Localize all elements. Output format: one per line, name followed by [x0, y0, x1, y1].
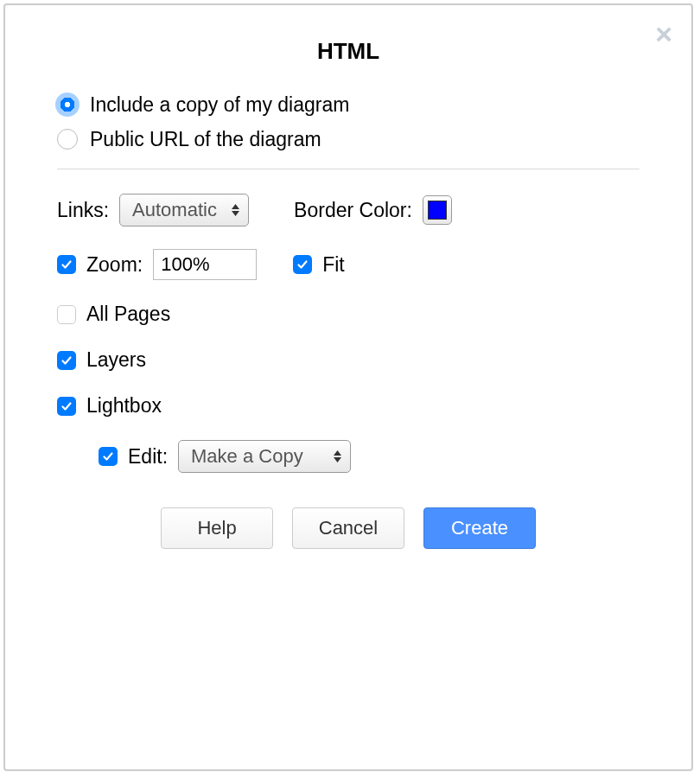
zoom-checkbox[interactable] [57, 255, 76, 274]
svg-marker-2 [334, 450, 341, 456]
zoom-label: Zoom: [86, 253, 143, 277]
help-button-label: Help [197, 517, 236, 539]
edit-select-value: Make a Copy [191, 445, 303, 468]
divider [57, 169, 640, 169]
radio-icon [57, 129, 78, 150]
select-arrows-icon [334, 450, 341, 462]
dialog-title: HTML [57, 38, 640, 65]
help-button[interactable]: Help [161, 507, 273, 549]
svg-marker-1 [232, 211, 239, 216]
svg-marker-3 [334, 457, 341, 462]
links-select[interactable]: Automatic [119, 194, 249, 226]
cancel-button[interactable]: Cancel [292, 507, 404, 549]
zoom-row: Zoom: Fit [57, 249, 640, 280]
fit-checkbox[interactable] [293, 255, 312, 274]
zoom-input[interactable] [153, 249, 257, 280]
edit-label: Edit: [128, 445, 168, 469]
lightbox-label: Lightbox [86, 394, 162, 418]
links-select-value: Automatic [132, 199, 217, 221]
lightbox-row: Lightbox [57, 394, 640, 418]
layers-label: Layers [86, 348, 146, 372]
border-color-label: Border Color: [294, 199, 412, 222]
edit-select[interactable]: Make a Copy [178, 440, 351, 473]
svg-marker-0 [232, 204, 239, 209]
create-button-label: Create [451, 517, 508, 539]
close-icon[interactable]: × [655, 19, 672, 48]
lightbox-checkbox[interactable] [57, 397, 76, 416]
color-swatch-inner [428, 201, 447, 220]
radio-public-url-label: Public URL of the diagram [90, 130, 321, 150]
links-label: Links: [57, 199, 109, 222]
all-pages-label: All Pages [86, 303, 170, 326]
radio-public-url[interactable]: Public URL of the diagram [57, 129, 640, 150]
layers-row: Layers [57, 348, 640, 372]
all-pages-row: All Pages [57, 303, 640, 326]
border-color-picker[interactable] [423, 195, 452, 225]
create-button[interactable]: Create [423, 507, 536, 549]
links-row: Links: Automatic Border Color: [57, 194, 640, 226]
export-html-dialog: × HTML Include a copy of my diagram Publ… [3, 3, 693, 771]
edit-checkbox[interactable] [99, 447, 118, 466]
radio-include-copy-label: Include a copy of my diagram [90, 95, 349, 115]
cancel-button-label: Cancel [319, 517, 378, 539]
button-row: Help Cancel Create [57, 507, 640, 549]
radio-include-copy[interactable]: Include a copy of my diagram [57, 92, 640, 117]
layers-checkbox[interactable] [57, 351, 76, 370]
edit-row: Edit: Make a Copy [99, 440, 640, 473]
select-arrows-icon [232, 204, 239, 216]
fit-label: Fit [322, 253, 345, 277]
all-pages-checkbox[interactable] [57, 305, 76, 324]
radio-icon-selected [55, 92, 80, 117]
